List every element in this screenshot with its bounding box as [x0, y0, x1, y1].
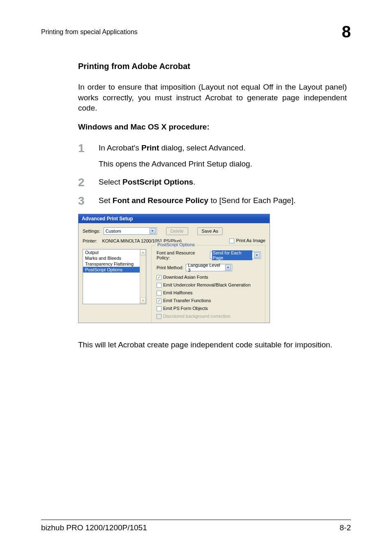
step-number: 2 — [78, 176, 87, 188]
list-item[interactable]: Output — [83, 250, 146, 255]
settings-dropdown[interactable]: Custom — [104, 227, 157, 235]
page-footer: bizhub PRO 1200/1200P/1051 8-2 — [41, 520, 351, 532]
delete-button[interactable]: Delete — [166, 227, 188, 235]
printer-label: Printer: — [83, 238, 97, 243]
fieldset-legend: PostScript Options — [156, 242, 196, 247]
scroll-down-icon[interactable] — [140, 298, 146, 304]
settings-value: Custom — [106, 229, 121, 233]
step-bold: PostScript Options — [122, 178, 193, 186]
list-item-selected[interactable]: PostScript Options — [83, 267, 146, 273]
emit-psform-label: Emit PS Form Objects — [163, 306, 208, 311]
list-item[interactable]: Transparency Flattening — [83, 261, 146, 267]
print-method-dropdown[interactable]: Language Level 3 — [186, 264, 232, 271]
intro-paragraph: In order to ensure that imposition (Layo… — [78, 82, 347, 113]
print-method-value: Language Level 3 — [188, 263, 223, 273]
advanced-print-setup-dialog: Advanced Print Setup Settings: Custom De… — [78, 214, 270, 323]
step-subtext: This opens the Advanced Print Setup dial… — [99, 158, 252, 170]
discolored-bg-label: Discolored background correction — [163, 314, 231, 319]
footer-divider — [41, 520, 351, 520]
chapter-number: 8 — [342, 23, 351, 41]
download-asian-fonts-label: Download Asian Fonts — [163, 275, 208, 280]
download-asian-fonts-checkbox[interactable]: ✓ — [157, 275, 161, 280]
step-text: Set — [99, 196, 113, 205]
closing-paragraph: This will let Acrobat create page indepe… — [78, 340, 347, 350]
chevron-down-icon — [225, 265, 231, 270]
font-policy-label: Font and Resource Policy: — [157, 250, 208, 260]
print-as-image-checkbox[interactable] — [229, 238, 234, 243]
font-policy-value: Send for Each Page — [212, 250, 252, 260]
step-text-after: dialog, select Advanced. — [159, 143, 245, 152]
page-number: 8-2 — [340, 523, 351, 532]
section-heading: Printing from Adobe Acrobat — [78, 62, 347, 71]
emit-ucr-checkbox[interactable] — [157, 283, 161, 288]
step-text-after: . — [193, 178, 195, 186]
step-number: 3 — [78, 195, 87, 207]
scrollbar[interactable] — [140, 250, 146, 304]
step-text: In Acrobat's — [99, 143, 141, 152]
emit-halftones-label: Emit Halftones — [163, 291, 193, 295]
list-item[interactable]: Marks and Bleeds — [83, 255, 146, 261]
step-number: 1 — [78, 142, 87, 170]
procedure-heading: Windows and Mac OS X procedure: — [78, 122, 347, 132]
emit-transfer-label: Emit Transfer Functions — [163, 298, 211, 303]
header-title: Printing from special Applications — [41, 28, 138, 36]
settings-label: Settings: — [83, 229, 100, 233]
print-as-image-label: Print As Image — [236, 238, 265, 243]
font-policy-dropdown[interactable]: Send for Each Page — [210, 252, 261, 259]
options-listbox[interactable]: Output Marks and Bleeds Transparency Fla… — [83, 249, 146, 304]
discolored-bg-checkbox — [157, 314, 161, 319]
emit-transfer-checkbox[interactable]: ✓ — [157, 298, 161, 303]
step-text-after: to [Send for Each Page]. — [208, 196, 295, 205]
save-as-button[interactable]: Save As — [197, 227, 223, 235]
print-method-label: Print Method: — [157, 265, 183, 270]
scroll-up-icon[interactable] — [140, 250, 146, 256]
chevron-down-icon — [150, 228, 156, 234]
page-header: Printing from special Applications 8 — [41, 23, 351, 41]
step-2: 2 Select PostScript Options. — [78, 176, 347, 188]
emit-ucr-label: Emit Undercolor Removal/Black Generation — [163, 283, 251, 287]
step-text: Select — [99, 178, 122, 186]
dialog-titlebar: Advanced Print Setup — [78, 214, 270, 223]
step-bold: Font and Resource Policy — [113, 196, 208, 205]
step-bold: Print — [141, 143, 159, 152]
step-1: 1 In Acrobat's Print dialog, select Adva… — [78, 142, 347, 170]
emit-psform-checkbox[interactable] — [157, 306, 161, 311]
emit-halftones-checkbox[interactable] — [157, 291, 161, 296]
dialog-screenshot: Advanced Print Setup Settings: Custom De… — [78, 214, 347, 323]
chevron-down-icon — [254, 252, 260, 258]
step-3: 3 Set Font and Resource Policy to [Send … — [78, 195, 347, 207]
postscript-options-panel: PostScript Options Font and Resource Pol… — [151, 245, 265, 323]
product-name: bizhub PRO 1200/1200P/1051 — [41, 523, 147, 532]
